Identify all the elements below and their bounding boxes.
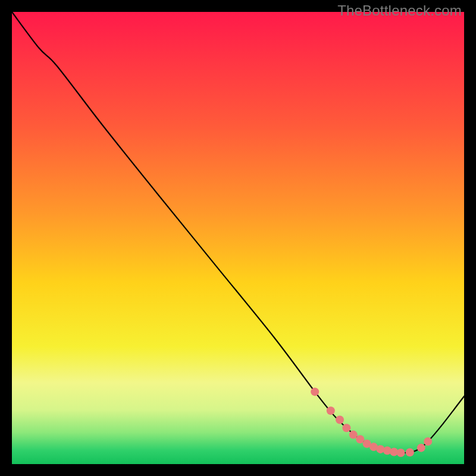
gradient-background — [12, 12, 464, 464]
marker-dot — [417, 444, 425, 452]
marker-dot — [342, 424, 350, 432]
marker-dot — [327, 406, 335, 415]
marker-dot — [356, 435, 364, 443]
marker-dot — [406, 448, 414, 456]
watermark-text: TheBottleneck.com — [337, 2, 462, 19]
marker-dot — [424, 437, 432, 446]
chart-frame: TheBottleneck.com — [0, 0, 476, 476]
marker-dot — [336, 416, 344, 424]
chart-svg — [12, 12, 464, 464]
marker-dot — [349, 431, 358, 439]
marker-dot — [311, 387, 319, 396]
marker-dot — [397, 449, 405, 457]
